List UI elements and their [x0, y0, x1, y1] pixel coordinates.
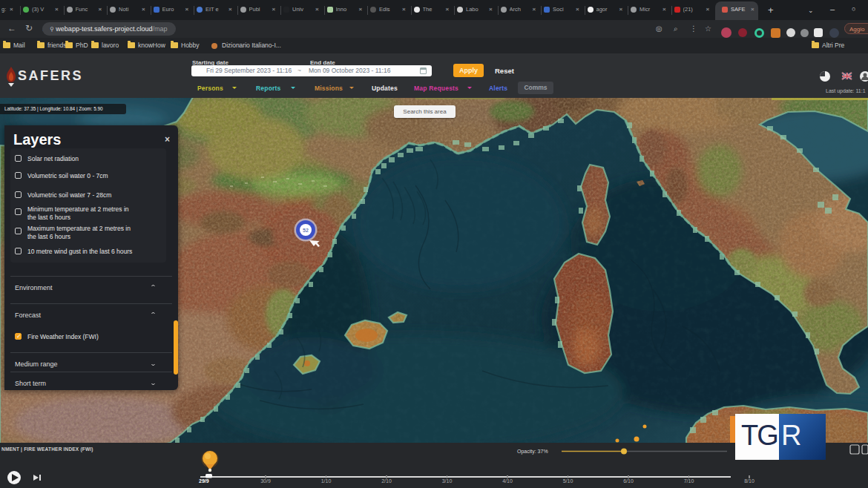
svg-text:52: 52	[303, 228, 309, 233]
